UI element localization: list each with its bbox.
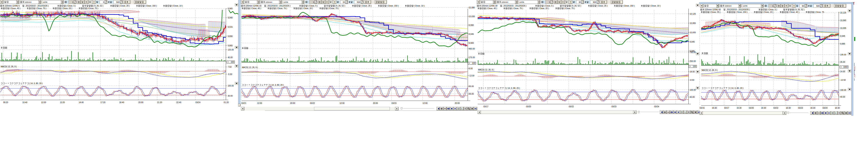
svg-text:( 9, 26, 52 ): ( 9, 26, 52 ) xyxy=(571,5,581,7)
svg-text:( Close, 150 ): ( Close, 150 ) xyxy=(735,11,747,13)
svg-text:9,965: 9,965 xyxy=(228,7,232,10)
svg-text:100: 100 xyxy=(472,62,475,64)
svg-text:10,125: 10,125 xyxy=(690,13,696,15)
svg-text:( Close, 10 ): ( Close, 10 ) xyxy=(763,11,773,13)
svg-text:175.00: 175.00 xyxy=(469,56,475,58)
svg-text:10,035: 10,035 xyxy=(469,16,475,18)
svg-text:03/20: 03/20 xyxy=(749,107,754,109)
svg-text:( Close, 10 ): ( Close, 10 ) xyxy=(172,5,183,7)
svg-text:1: 1 xyxy=(772,5,773,7)
svg-text:×: × xyxy=(469,62,470,64)
svg-text:( Close, 40 ): ( Close, 40 ) xyxy=(788,11,799,13)
svg-text:×: × xyxy=(227,61,229,63)
svg-text:100.00: 100.00 xyxy=(228,85,234,87)
svg-text:( 14, 3, 80, 20 ): ( 14, 3, 80, 20 ) xyxy=(29,82,43,84)
svg-text:03/22: 03/22 xyxy=(773,107,778,109)
svg-text:( Close, 75 ): ( Close, 75 ) xyxy=(35,7,46,9)
svg-text:225mini: 225mini xyxy=(725,5,732,7)
svg-text:( Close, 10 ): ( Close, 10 ) xyxy=(414,5,425,7)
svg-text:15: 15 xyxy=(343,1,345,3)
svg-text:12:00: 12:00 xyxy=(257,102,262,104)
svg-text:1: 1 xyxy=(313,1,314,3)
svg-text:MACD( 12, 26, 9 ): MACD( 12, 26, 9 ) xyxy=(1,66,17,68)
svg-text:( Close, 150 ): ( Close, 150 ) xyxy=(623,5,635,7)
svg-text:35.00: 35.00 xyxy=(228,95,232,97)
svg-text:10,005: 10,005 xyxy=(690,31,696,34)
svg-text:12/06: 12/06 xyxy=(283,1,288,3)
svg-text:( Close, 25 ): ( Close, 25 ) xyxy=(119,5,130,7)
svg-text:250.00: 250.00 xyxy=(690,60,696,62)
svg-text:03/20: 03/20 xyxy=(526,105,531,108)
svg-text:( 9, 26, 52 ): ( 9, 26, 52 ) xyxy=(335,5,345,7)
svg-text:MACD( 12, 26, 9 ): MACD( 12, 26, 9 ) xyxy=(242,66,258,69)
svg-text:225mini 12/06( 30: 225mini 12/06( 30 xyxy=(482,5,497,7)
svg-text:100.00: 100.00 xyxy=(840,89,846,91)
svg-text:9.00: 9.00 xyxy=(469,68,473,70)
svg-text:×: × xyxy=(689,65,691,68)
svg-text:40.00: 40.00 xyxy=(840,96,845,98)
svg-text:13:20: 13:20 xyxy=(60,101,65,103)
svg-text:D: D xyxy=(832,112,833,114)
svg-text:14.00: 14.00 xyxy=(840,71,845,73)
svg-text:, 2012/03/15 - 2012/03/26 ): , 2012/03/15 - 2012/03/26 ) xyxy=(502,5,526,7)
svg-text:105.00: 105.00 xyxy=(840,54,846,56)
svg-text:( Close, 40 ): ( Close, 40 ) xyxy=(486,7,497,9)
svg-text:03/17: 03/17 xyxy=(724,107,729,109)
svg-text:-5.50: -5.50 xyxy=(228,73,232,75)
svg-text:03/21: 03/21 xyxy=(241,102,246,104)
svg-text:10,005: 10,005 xyxy=(840,27,846,29)
svg-text:( 14, 3, 80, 20 ): ( 14, 3, 80, 20 ) xyxy=(730,87,743,89)
svg-text:12:00: 12:00 xyxy=(423,102,428,104)
svg-text:( 14, 3, 80, 20 ): ( 14, 3, 80, 20 ) xyxy=(270,84,284,86)
svg-text:9,945: 9,945 xyxy=(690,41,695,43)
svg-text:1: 1 xyxy=(549,1,550,3)
svg-text:20:00: 20:00 xyxy=(373,102,378,104)
svg-text:9,940: 9,940 xyxy=(228,17,232,19)
svg-text:( Close, 25 ): ( Close, 25 ) xyxy=(710,11,720,13)
svg-text:225mini: 225mini xyxy=(25,1,31,3)
svg-text:9,945: 9,945 xyxy=(469,33,474,35)
svg-text:21:20: 21:20 xyxy=(157,101,162,103)
svg-text:( Close, 75 ): ( Close, 75 ) xyxy=(512,7,523,9)
svg-text:225mini: 225mini xyxy=(266,1,272,3)
svg-text:L: L xyxy=(835,112,837,114)
svg-text:16:30: 16:30 xyxy=(737,107,742,109)
svg-text:R: R xyxy=(688,111,689,113)
svg-text:30: 30 xyxy=(579,1,581,3)
svg-text:T: T xyxy=(793,5,795,7)
svg-text:18.00: 18.00 xyxy=(690,71,695,73)
svg-text:( Close, 150 ): ( Close, 150 ) xyxy=(387,5,399,7)
svg-text:7.50: 7.50 xyxy=(228,66,231,68)
svg-text:12:00: 12:00 xyxy=(41,101,46,103)
svg-text:16:30: 16:30 xyxy=(786,107,791,109)
svg-text:-12.50: -12.50 xyxy=(840,79,846,81)
svg-text:10:40: 10:40 xyxy=(22,101,27,103)
svg-text:12/06: 12/06 xyxy=(519,1,524,3)
svg-text:( 14, 3, 80, 20 ): ( 14, 3, 80, 20 ) xyxy=(506,87,520,89)
svg-text:-8.50: -8.50 xyxy=(690,79,694,81)
svg-text:100: 100 xyxy=(230,61,234,63)
svg-text:( Close, 10 ): ( Close, 10 ) xyxy=(650,5,660,7)
svg-text:500: 500 xyxy=(357,1,360,3)
svg-text:R: R xyxy=(839,112,840,114)
svg-text:L: L xyxy=(462,108,463,110)
svg-text:03/24: 03/24 xyxy=(654,105,659,108)
svg-text:225mini 12/06( 60: 225mini 12/06( 60 xyxy=(705,8,721,11)
svg-text:35.00: 35.00 xyxy=(469,93,474,95)
svg-text:225mini 12/06( 15: 225mini 12/06( 15 xyxy=(245,5,261,7)
svg-text:225mini 12/06( 5: 225mini 12/06( 5 xyxy=(5,5,20,7)
svg-text:T: T xyxy=(334,1,335,3)
svg-text:( Close, 5 ): ( Close, 5 ) xyxy=(544,5,554,7)
svg-text:T: T xyxy=(93,1,95,3)
svg-text:MACD( 12, 26, 9 ): MACD( 12, 26, 9 ) xyxy=(702,69,718,71)
svg-text:20:00: 20:00 xyxy=(455,102,460,104)
svg-text:( 9, 26, 52 ): ( 9, 26, 52 ) xyxy=(93,5,103,7)
svg-text:03/15: 03/15 xyxy=(700,107,705,109)
svg-text:03/23: 03/23 xyxy=(392,102,397,104)
svg-text:, 2012/03/15 - 2012/03/26 ): , 2012/03/15 - 2012/03/26 ) xyxy=(726,8,750,11)
svg-text:9,890: 9,890 xyxy=(228,35,232,37)
svg-text:-12.00: -12.00 xyxy=(469,75,474,77)
svg-text:03/22: 03/22 xyxy=(310,102,315,104)
svg-text:03/23: 03/23 xyxy=(612,105,616,108)
svg-text:MACD( 12, 26, 9 ): MACD( 12, 26, 9 ) xyxy=(478,69,494,71)
